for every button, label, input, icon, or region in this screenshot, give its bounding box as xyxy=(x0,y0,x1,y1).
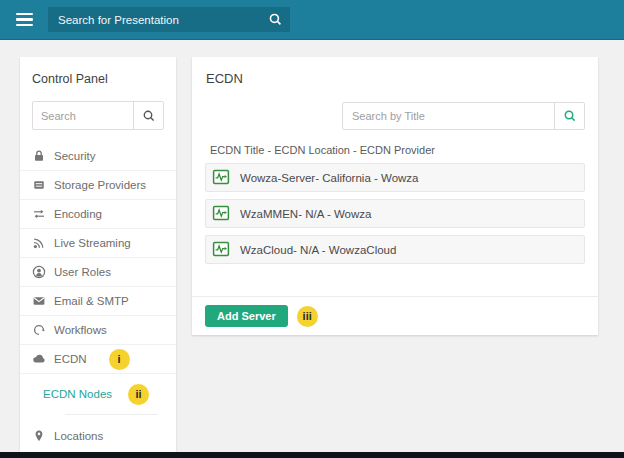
pulse-icon xyxy=(212,168,230,188)
global-search-input[interactable] xyxy=(48,7,260,32)
annotation-badge-iii: iii xyxy=(297,306,318,327)
sidebar-item-label: Encoding xyxy=(54,208,102,220)
sidebar-item-ecdn-nodes[interactable]: ECDN Nodes ii xyxy=(20,374,176,414)
live-streaming-icon xyxy=(32,236,46,250)
hamburger-menu-icon[interactable] xyxy=(16,13,33,27)
sidebar-item-label: ECDN Nodes xyxy=(43,388,112,400)
panel-footer: Add Server iii xyxy=(192,296,598,335)
sidebar-item-workflows[interactable]: Workflows xyxy=(20,316,176,345)
sidebar-item-live-streaming[interactable]: Live Streaming xyxy=(20,229,176,258)
location-pin-icon xyxy=(32,429,46,443)
ecdn-server-row[interactable]: WzaMMEN- N/A - Wowza xyxy=(205,199,585,228)
annotation-badge-i: i xyxy=(109,349,130,370)
ecdn-server-title: WzaMMEN- N/A - Wowza xyxy=(240,208,371,220)
ecdn-server-title: WzaCloud- N/A - WowzaCloud xyxy=(240,244,396,256)
ecdn-server-row[interactable]: Wowza-Server- California - Wowza xyxy=(205,163,585,192)
sidebar-item-ecdn[interactable]: ECDN i xyxy=(20,345,176,374)
encoding-icon xyxy=(32,207,46,221)
ecdn-server-row[interactable]: WzaCloud- N/A - WowzaCloud xyxy=(205,235,585,264)
search-icon[interactable] xyxy=(554,103,584,129)
list-header: ECDN Title - ECDN Location - ECDN Provid… xyxy=(210,144,598,156)
sidebar-item-email-smtp[interactable]: Email & SMTP xyxy=(20,287,176,316)
divider xyxy=(65,414,158,415)
title-search xyxy=(342,102,585,130)
search-icon[interactable] xyxy=(260,12,290,27)
sidebar-item-label: Storage Providers xyxy=(54,179,146,191)
ecdn-server-list: Wowza-Server- California - Wowza WzaMMEN… xyxy=(205,163,585,264)
sidebar-title: Control Panel xyxy=(20,57,176,86)
sidebar-item-label: Email & SMTP xyxy=(54,295,129,307)
sidebar-item-label: User Roles xyxy=(54,266,111,278)
page-title: ECDN xyxy=(192,57,598,86)
sidebar-item-encoding[interactable]: Encoding xyxy=(20,200,176,229)
bottom-edge-bar xyxy=(0,452,624,458)
global-search xyxy=(48,7,290,32)
sidebar-item-label: Workflows xyxy=(54,324,107,336)
pulse-icon xyxy=(212,204,230,224)
control-panel-sidebar: Control Panel Security Storage Providers… xyxy=(20,57,176,458)
sidebar-item-label: Security xyxy=(54,150,96,162)
sidebar-search xyxy=(32,101,164,130)
pulse-icon xyxy=(212,240,230,260)
sidebar-item-storage-providers[interactable]: Storage Providers xyxy=(20,171,176,200)
lock-icon xyxy=(32,149,46,163)
top-app-bar xyxy=(0,0,624,40)
ecdn-panel: ECDN ECDN Title - ECDN Location - ECDN P… xyxy=(192,57,598,335)
sidebar-search-input[interactable] xyxy=(33,110,133,122)
sidebar-item-label: ECDN xyxy=(54,353,87,365)
sidebar-item-label: Live Streaming xyxy=(54,237,131,249)
title-search-input[interactable] xyxy=(343,110,554,122)
ecdn-server-title: Wowza-Server- California - Wowza xyxy=(240,172,419,184)
sidebar-item-locations[interactable]: Locations xyxy=(20,421,176,450)
add-server-button[interactable]: Add Server xyxy=(205,305,288,327)
user-roles-icon xyxy=(32,265,46,279)
storage-icon xyxy=(32,178,46,192)
sidebar-menu: Security Storage Providers Encoding Live… xyxy=(20,142,176,450)
email-icon xyxy=(32,294,46,308)
workflows-icon xyxy=(32,323,46,337)
cloud-icon xyxy=(32,352,46,366)
sidebar-item-security[interactable]: Security xyxy=(20,142,176,171)
annotation-badge-ii: ii xyxy=(128,384,149,405)
search-icon[interactable] xyxy=(133,102,163,129)
sidebar-item-user-roles[interactable]: User Roles xyxy=(20,258,176,287)
sidebar-item-label: Locations xyxy=(54,430,103,442)
